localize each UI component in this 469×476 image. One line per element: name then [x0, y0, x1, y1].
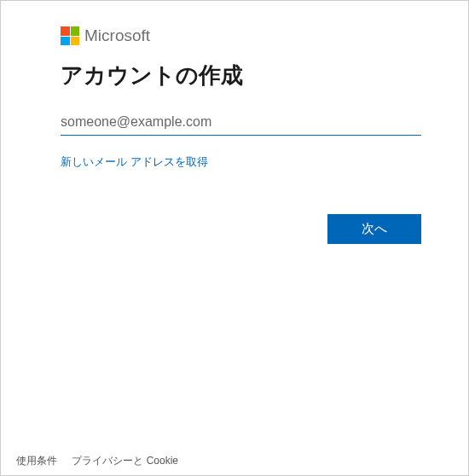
microsoft-logo-icon — [61, 26, 79, 45]
email-input[interactable] — [61, 109, 421, 136]
privacy-link[interactable]: プライバシーと Cookie — [72, 455, 178, 467]
brand-logo-row: Microsoft — [61, 26, 421, 45]
footer: 使用条件 プライバシーと Cookie — [16, 454, 190, 468]
terms-link[interactable]: 使用条件 — [16, 455, 57, 467]
next-button[interactable]: 次へ — [327, 214, 421, 244]
page-title: アカウントの作成 — [61, 61, 421, 90]
brand-name: Microsoft — [84, 26, 150, 45]
new-email-link[interactable]: 新しいメール アドレスを取得 — [61, 154, 208, 170]
